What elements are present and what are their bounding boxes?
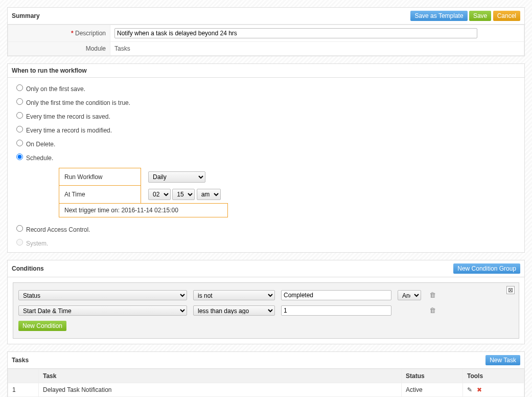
task-col-index bbox=[8, 369, 39, 383]
condition-group: ⊠ Status is not And 🗑 Start Date & Time … bbox=[13, 282, 519, 339]
radio-rac[interactable] bbox=[16, 225, 23, 232]
description-input[interactable] bbox=[114, 28, 477, 38]
condition-row: Start Date & Time less than days ago 🗑 bbox=[18, 305, 514, 316]
description-label: Description bbox=[75, 30, 106, 37]
label-system: System. bbox=[26, 240, 48, 247]
label-schedule[interactable]: Schedule. bbox=[26, 155, 53, 162]
schedule-next-trigger: Next trigger time on: 2016-11-14 02:15:0… bbox=[59, 203, 228, 217]
schedule-hour-select[interactable]: 02 bbox=[148, 189, 171, 200]
schedule-at-label: At Time bbox=[59, 186, 141, 204]
delete-condition-icon[interactable]: 🗑 bbox=[429, 306, 436, 314]
summary-title: Summary bbox=[12, 12, 40, 19]
summary-header: Summary Save as Template Save Cancel bbox=[8, 8, 524, 25]
description-label-cell: * Description bbox=[8, 25, 110, 42]
task-index: 1 bbox=[8, 383, 39, 396]
schedule-box: Run Workflow Daily At Time 02 15 am bbox=[59, 168, 522, 217]
label-first-save[interactable]: Only on the first save. bbox=[26, 85, 85, 93]
task-col-tools: Tools bbox=[463, 369, 524, 383]
schedule-run-label: Run Workflow bbox=[59, 168, 141, 186]
conditions-panel: Conditions New Condition Group ⊠ Status … bbox=[7, 260, 525, 344]
edit-task-icon[interactable]: ✎ bbox=[467, 386, 472, 393]
radio-system bbox=[16, 239, 23, 246]
delete-task-icon[interactable]: ✖ bbox=[477, 386, 482, 393]
close-group-icon[interactable]: ⊠ bbox=[506, 286, 515, 294]
schedule-ampm-select[interactable]: am bbox=[197, 189, 221, 200]
task-row: 1 Delayed Task Notification Active ✎ ✖ bbox=[8, 383, 524, 396]
condition-op-select[interactable]: is not bbox=[193, 290, 275, 300]
label-every-save[interactable]: Every time the record is saved. bbox=[26, 113, 110, 120]
required-asterisk: * bbox=[71, 30, 74, 37]
condition-op-select[interactable]: less than days ago bbox=[193, 305, 275, 316]
schedule-minute-select[interactable]: 15 bbox=[172, 189, 195, 200]
conditions-header: Conditions New Condition Group bbox=[8, 260, 524, 277]
label-every-modify[interactable]: Every time a record is modified. bbox=[26, 127, 112, 134]
cancel-button[interactable]: Cancel bbox=[493, 11, 520, 21]
task-status: Active bbox=[402, 383, 463, 396]
tasks-panel: Tasks New Task Task Status Tools 1 Delay… bbox=[7, 351, 525, 398]
radio-first-cond[interactable] bbox=[16, 98, 23, 105]
radio-every-modify[interactable] bbox=[16, 126, 23, 133]
save-button[interactable]: Save bbox=[469, 11, 491, 21]
task-col-task: Task bbox=[39, 369, 402, 383]
label-rac[interactable]: Record Access Control. bbox=[26, 226, 90, 233]
when-title: When to run the workflow bbox=[12, 67, 87, 74]
task-col-status: Status bbox=[402, 369, 463, 383]
condition-field-select[interactable]: Status bbox=[18, 290, 187, 300]
new-task-button[interactable]: New Task bbox=[485, 355, 520, 365]
conditions-title: Conditions bbox=[12, 265, 44, 272]
radio-first-save[interactable] bbox=[16, 84, 23, 91]
new-condition-group-button[interactable]: New Condition Group bbox=[453, 263, 520, 274]
condition-value-input[interactable] bbox=[281, 290, 391, 300]
radio-every-save[interactable] bbox=[16, 112, 23, 119]
condition-join-select[interactable]: And bbox=[398, 290, 421, 300]
tasks-title: Tasks bbox=[12, 357, 29, 364]
radio-schedule[interactable] bbox=[16, 153, 23, 160]
condition-row: Status is not And 🗑 bbox=[18, 290, 514, 300]
label-on-delete[interactable]: On Delete. bbox=[26, 141, 55, 148]
label-first-cond[interactable]: Only the first time the condition is tru… bbox=[26, 99, 130, 106]
summary-panel: Summary Save as Template Save Cancel * D… bbox=[7, 7, 525, 56]
when-header: When to run the workflow bbox=[8, 64, 524, 78]
radio-on-delete[interactable] bbox=[16, 140, 23, 146]
new-condition-button[interactable]: New Condition bbox=[18, 321, 66, 331]
schedule-frequency-select[interactable]: Daily bbox=[148, 171, 205, 183]
delete-condition-icon[interactable]: 🗑 bbox=[429, 291, 436, 299]
tasks-header: Tasks New Task bbox=[8, 352, 524, 369]
condition-field-select[interactable]: Start Date & Time bbox=[18, 305, 187, 316]
module-label: Module bbox=[8, 42, 110, 56]
when-panel: When to run the workflow Only on the fir… bbox=[7, 63, 525, 253]
module-value: Tasks bbox=[110, 42, 524, 56]
condition-value-input[interactable] bbox=[281, 305, 391, 316]
save-template-button[interactable]: Save as Template bbox=[410, 11, 467, 21]
task-name: Delayed Task Notification bbox=[39, 383, 402, 396]
